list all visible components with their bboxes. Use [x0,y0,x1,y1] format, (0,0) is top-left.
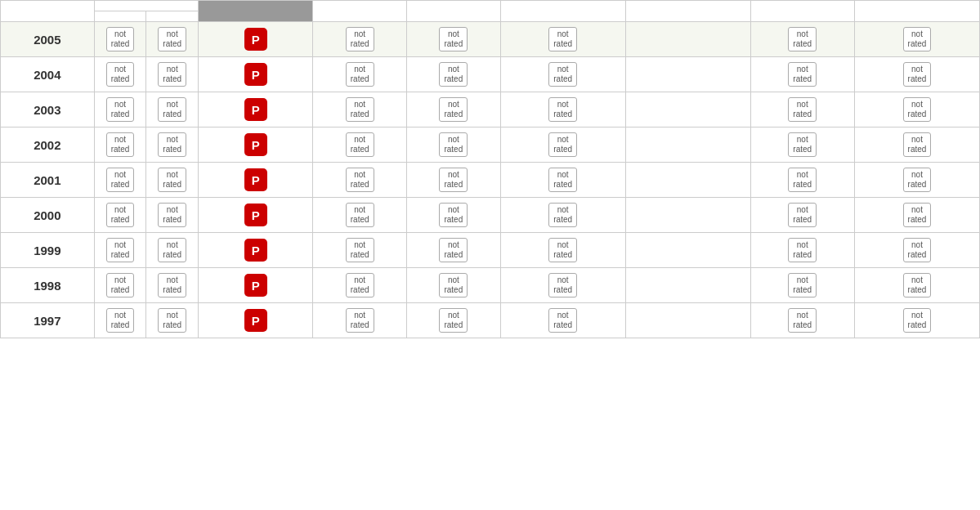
header-moderate-overlap [199,1,313,22]
not-rated-badge: notrated [106,238,135,262]
front-crash-cell [625,92,750,128]
p-badge: P [244,309,267,332]
year-cell: 2003 [1,92,95,128]
head-cell: notrated [500,22,625,57]
ratings-table: 2005 notrated notrated P notrated notrat… [0,0,980,338]
header-latch [854,1,979,22]
front-crash-cell [625,233,750,268]
not-rated-badge: notrated [788,132,817,157]
p-badge: P [244,168,267,191]
front-crash-cell [625,163,750,198]
not-rated-badge: notrated [788,62,817,87]
table-row: 2004 notrated notrated P notrated notrat… [1,57,980,92]
roof-cell: notrated [407,233,501,268]
driver-cell: notrated [94,198,146,233]
not-rated-badge: notrated [439,203,468,227]
not-rated-badge: notrated [788,168,817,192]
front-crash-cell [625,268,750,303]
passenger-cell: notrated [146,92,199,128]
not-rated-badge: notrated [106,203,135,227]
side-cell: notrated [313,233,407,268]
not-rated-badge: notrated [439,97,468,122]
not-rated-badge: notrated [346,168,374,192]
not-rated-badge: notrated [548,27,577,51]
roof-cell: notrated [407,57,501,92]
passenger-cell: notrated [146,303,199,338]
year-cell: 2004 [1,57,95,92]
latch-cell: notrated [854,233,979,268]
p-badge: P [244,133,267,156]
not-rated-badge: notrated [788,308,817,333]
year-cell: 2001 [1,163,95,198]
not-rated-badge: notrated [439,27,468,51]
not-rated-badge: notrated [903,273,932,298]
driver-cell: notrated [94,22,146,57]
table-row: 1998 notrated notrated P notrated notrat… [1,268,980,303]
not-rated-badge: notrated [346,238,374,262]
not-rated-badge: notrated [548,62,577,87]
latch-cell: notrated [854,303,979,338]
moderate-cell: P [199,57,313,92]
passenger-cell: notrated [146,22,199,57]
header-roof-strength [407,1,501,22]
driver-cell: notrated [94,233,146,268]
not-rated-badge: notrated [158,27,186,51]
not-rated-badge: notrated [903,308,932,333]
not-rated-badge: notrated [903,27,932,51]
header-headlights [750,1,854,22]
not-rated-badge: notrated [788,97,817,122]
not-rated-badge: notrated [346,97,374,122]
moderate-cell: P [199,22,313,57]
p-badge: P [244,63,267,86]
year-cell: 2005 [1,22,95,57]
moderate-cell: P [199,303,313,338]
latch-cell: notrated [854,163,979,198]
main-table-wrapper: 2005 notrated notrated P notrated notrat… [0,0,980,338]
headlights-cell: notrated [750,128,854,163]
not-rated-badge: notrated [158,97,186,122]
not-rated-badge: notrated [439,168,468,192]
not-rated-badge: notrated [346,27,374,51]
header-model-year [1,1,95,22]
not-rated-badge: notrated [788,203,817,227]
moderate-cell: P [199,92,313,128]
not-rated-badge: notrated [106,97,135,122]
latch-cell: notrated [854,198,979,233]
headlights-cell: notrated [750,163,854,198]
not-rated-badge: notrated [439,238,468,262]
not-rated-badge: notrated [903,62,932,87]
table-row: 2002 notrated notrated P notrated notrat… [1,128,980,163]
p-badge: P [244,28,267,51]
year-cell: 2000 [1,198,95,233]
moderate-cell: P [199,198,313,233]
not-rated-badge: notrated [788,27,817,51]
not-rated-badge: notrated [548,238,577,262]
table-row: 2000 notrated notrated P notrated notrat… [1,198,980,233]
driver-cell: notrated [94,163,146,198]
p-badge: P [244,204,267,226]
headlights-cell: notrated [750,92,854,128]
not-rated-badge: notrated [788,238,817,262]
side-cell: notrated [313,198,407,233]
latch-cell: notrated [854,268,979,303]
not-rated-badge: notrated [106,168,135,192]
not-rated-badge: notrated [903,168,932,192]
front-crash-cell [625,128,750,163]
passenger-cell: notrated [146,233,199,268]
year-cell: 1997 [1,303,95,338]
not-rated-badge: notrated [548,203,577,227]
side-cell: notrated [313,22,407,57]
head-cell: notrated [500,198,625,233]
not-rated-badge: notrated [346,308,374,333]
head-cell: notrated [500,303,625,338]
table-row: 2003 notrated notrated P notrated notrat… [1,92,980,128]
driver-cell: notrated [94,92,146,128]
not-rated-badge: notrated [106,62,135,87]
not-rated-badge: notrated [548,97,577,122]
front-crash-cell [625,22,750,57]
roof-cell: notrated [407,198,501,233]
p-badge: P [244,274,267,297]
headlights-cell: notrated [750,57,854,92]
not-rated-badge: notrated [106,27,135,51]
not-rated-badge: notrated [439,62,468,87]
